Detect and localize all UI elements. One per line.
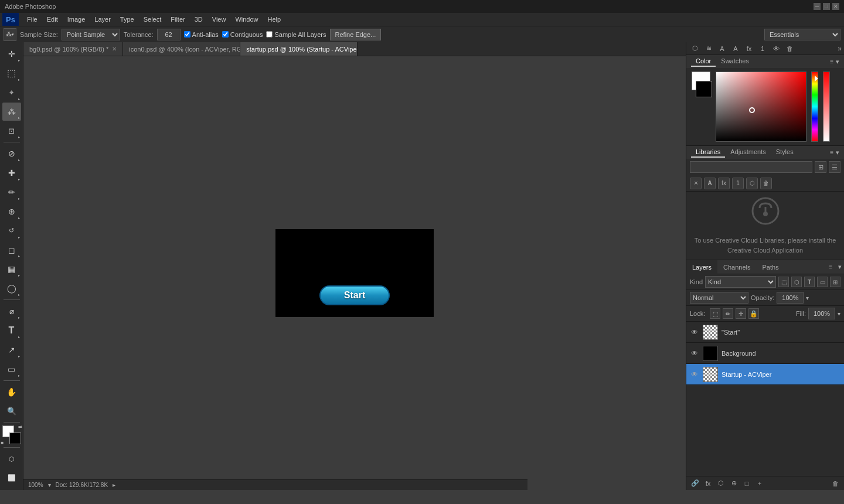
lock-pixels-btn[interactable]: ⬚ <box>710 308 720 319</box>
color-spectrum[interactable] <box>716 71 806 142</box>
start-button[interactable]: Start <box>319 285 390 305</box>
shape-tool[interactable]: ▭▸ <box>2 360 21 379</box>
minimize-button[interactable]: ─ <box>814 3 821 10</box>
color-panel-header[interactable]: Color Swatches ≡ ▾ <box>686 55 844 68</box>
history-brush-tool[interactable]: ↺▸ <box>2 222 21 240</box>
layer-style-btn[interactable]: fx <box>703 478 713 489</box>
stamp-tool[interactable]: ⊕▸ <box>2 202 21 221</box>
magic-wand-tool[interactable]: ⁂▸ <box>2 103 21 121</box>
link-layers-btn[interactable]: 🔗 <box>690 478 700 489</box>
menu-view[interactable]: View <box>207 15 231 24</box>
type-tool[interactable]: T▸ <box>2 321 21 340</box>
menu-help[interactable]: Help <box>263 15 286 24</box>
libraries-tab[interactable]: Libraries <box>691 147 725 158</box>
libraries-panel-header[interactable]: Libraries Adjustments Styles ≡ ▾ <box>686 146 844 159</box>
background-color-swatch[interactable] <box>696 81 712 97</box>
zoom-tool[interactable]: 🔍 <box>2 401 21 420</box>
menu-edit[interactable]: Edit <box>42 15 63 24</box>
styles-tab[interactable]: Styles <box>771 147 798 158</box>
healing-tool[interactable]: ✚▸ <box>2 164 21 182</box>
contiguous-checkbox[interactable] <box>222 31 229 38</box>
tool-options-icon[interactable]: ⁂▾ <box>4 28 16 41</box>
opacity-arrow[interactable]: ▾ <box>806 295 809 301</box>
blend-mode-select[interactable]: Normal Dissolve Multiply <box>690 292 748 304</box>
libraries-panel-menu[interactable]: ≡ <box>830 149 833 156</box>
window-controls[interactable]: ─ □ ✕ <box>814 3 839 10</box>
adjustments-tab[interactable]: Adjustments <box>726 147 771 158</box>
opacity-input[interactable] <box>777 292 804 304</box>
libraries-grid-btn[interactable]: ⊞ <box>815 161 826 173</box>
menu-select[interactable]: Select <box>139 15 166 24</box>
adj-fx-btn[interactable]: fx <box>718 178 730 189</box>
brush-tool[interactable]: ✏▸ <box>2 183 21 202</box>
anti-alias-wrap[interactable]: Anti-alias <box>184 31 219 38</box>
maximize-button[interactable]: □ <box>823 3 830 10</box>
color-tab[interactable]: Color <box>691 56 716 67</box>
contiguous-wrap[interactable]: Contiguous <box>222 31 263 38</box>
adj-brightness-btn[interactable]: ☀ <box>690 178 702 189</box>
libraries-search-input[interactable] <box>690 161 812 173</box>
quick-mask-btn[interactable]: ⬡ <box>2 449 21 468</box>
layers-tab[interactable]: Layers <box>686 260 717 274</box>
channels-tab[interactable]: Channels <box>717 260 756 274</box>
lock-move-btn[interactable]: ✛ <box>736 308 746 319</box>
screen-mode-btn[interactable]: ⬜ <box>2 469 21 488</box>
close-button[interactable]: ✕ <box>832 3 839 10</box>
menu-3d[interactable]: 3D <box>190 15 207 24</box>
fill-arrow[interactable]: ▾ <box>838 311 840 317</box>
refine-edge-button[interactable]: Refine Edge... <box>330 29 382 40</box>
color-panel-menu[interactable]: ≡ <box>830 59 833 65</box>
adj-del-btn[interactable]: 🗑 <box>760 178 772 189</box>
path-select-tool[interactable]: ↗▸ <box>2 340 21 359</box>
lock-position-btn[interactable]: ✏ <box>723 308 733 319</box>
paths-tab[interactable]: Paths <box>757 260 785 274</box>
hue-slider[interactable] <box>811 71 818 142</box>
doc-info-arrow[interactable]: ▸ <box>113 482 115 488</box>
swap-colors-icon[interactable]: ⇄ <box>18 424 22 430</box>
layer-background-visibility[interactable]: 👁 <box>690 349 699 358</box>
pen-tool[interactable]: ⌀▸ <box>2 302 21 321</box>
adjust-panel-icon[interactable]: ⬡ <box>689 42 702 55</box>
menu-image[interactable]: Image <box>63 15 90 24</box>
adj-eye-btn[interactable]: ⬡ <box>746 178 758 189</box>
adj-text-btn[interactable]: A <box>704 178 716 189</box>
layer-filter-smart[interactable]: ⊞ <box>830 277 840 287</box>
libraries-list-btn[interactable]: ☰ <box>829 161 840 173</box>
faux-panel-icon[interactable]: A <box>729 42 742 55</box>
anti-alias-checkbox[interactable] <box>184 31 190 38</box>
layer-start-visibility[interactable]: 👁 <box>690 328 699 337</box>
menu-type[interactable]: Type <box>115 15 139 24</box>
saturation-slider[interactable] <box>823 71 830 142</box>
panel-collapse-btn[interactable]: » <box>838 45 842 53</box>
layer-mask-btn[interactable]: ⬡ <box>716 478 726 489</box>
styles-panel-icon[interactable]: ≋ <box>702 42 715 55</box>
num-panel-icon[interactable]: 1 <box>756 42 769 55</box>
workspace-preset[interactable]: Essentials <box>764 29 840 40</box>
dodge-tool[interactable]: ◯▸ <box>2 279 21 298</box>
menu-window[interactable]: Window <box>230 15 263 24</box>
swatches-tab[interactable]: Swatches <box>716 56 754 67</box>
kind-select[interactable]: Kind <box>705 276 776 288</box>
tab-bg0[interactable]: bg0.psd @ 100% (RGB/8) * ✕ <box>23 42 123 56</box>
default-colors-icon[interactable]: ■ <box>1 440 4 445</box>
eye-panel-icon[interactable]: 👁 <box>770 42 782 55</box>
text-panel-icon[interactable]: A <box>716 42 729 55</box>
crop-tool[interactable]: ⊡▸ <box>2 121 21 140</box>
tab-icon0[interactable]: icon0.psd @ 400% (Icon - ACViper, RGB/8)… <box>123 42 240 56</box>
lock-all-btn[interactable]: 🔒 <box>748 308 759 319</box>
gradient-tool[interactable]: ▦▸ <box>2 260 21 278</box>
tolerance-input[interactable] <box>157 29 181 40</box>
tab-bg0-close[interactable]: ✕ <box>112 46 117 52</box>
del-panel-icon[interactable]: 🗑 <box>783 42 796 55</box>
menu-filter[interactable]: Filter <box>166 15 189 24</box>
layer-filter-adjust[interactable]: ⬡ <box>791 277 802 287</box>
libraries-panel-collapse[interactable]: ▾ <box>836 149 839 156</box>
new-layer-btn[interactable]: + <box>754 478 765 489</box>
hand-tool[interactable]: ✋ <box>2 383 21 401</box>
menu-file[interactable]: File <box>22 15 42 24</box>
move-tool[interactable]: ✛▸ <box>2 45 21 63</box>
adj-1-btn[interactable]: 1 <box>732 178 744 189</box>
tab-startup[interactable]: startup.psd @ 100% (Startup - ACViper, R… <box>240 42 358 56</box>
fill-input[interactable] <box>808 308 835 319</box>
layers-panel-menu[interactable]: ≡ <box>825 264 836 270</box>
